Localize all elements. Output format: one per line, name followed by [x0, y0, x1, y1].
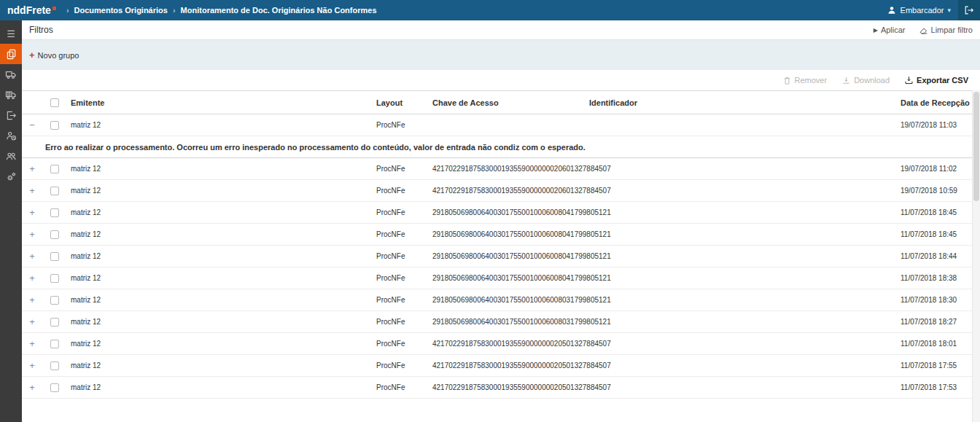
chevron-right-icon: ›: [66, 6, 69, 15]
expand-toggle[interactable]: +: [22, 273, 42, 284]
table-row: + matriz 12 ProcNFe 42170229187583000193…: [22, 355, 980, 377]
sidebar-item-users[interactable]: [0, 146, 22, 166]
select-all-checkbox[interactable]: [50, 98, 59, 107]
group-band: + Novo grupo: [22, 40, 980, 70]
row-checkbox[interactable]: [50, 252, 59, 261]
vertical-scrollbar[interactable]: [972, 90, 980, 422]
row-checkbox[interactable]: [50, 383, 59, 392]
row-checkbox[interactable]: [50, 340, 59, 348]
cell-layout: ProcNFe: [373, 340, 429, 348]
cell-emitente: matriz 12: [67, 252, 373, 260]
row-checkbox[interactable]: [50, 274, 59, 283]
expand-toggle[interactable]: +: [22, 251, 42, 262]
cell-layout: ProcNFe: [373, 230, 429, 238]
table-row: + matriz 12 ProcNFe 29180506980064003017…: [22, 224, 980, 246]
cell-emitente: matriz 12: [67, 383, 373, 391]
column-header-identificador[interactable]: Identificador: [586, 98, 897, 107]
cell-emitente: matriz 12: [67, 230, 373, 238]
expand-toggle[interactable]: +: [22, 382, 42, 393]
scrollbar-thumb[interactable]: [973, 92, 979, 201]
expand-toggle[interactable]: +: [22, 229, 42, 240]
expand-toggle[interactable]: +: [22, 338, 42, 349]
fleet-truck-icon: [5, 89, 17, 101]
expand-toggle[interactable]: +: [22, 207, 42, 218]
expand-toggle[interactable]: +: [22, 185, 42, 196]
clear-filter-button[interactable]: Limpar filtro: [919, 26, 973, 35]
user-history-icon: [6, 130, 17, 141]
cell-chave-de-acesso: 2918050698006400301755001000600804179980…: [429, 274, 586, 282]
row-checkbox-cell: [42, 187, 67, 195]
export-csv-label: Exportar CSV: [917, 76, 968, 85]
remove-button[interactable]: Remover: [782, 76, 828, 85]
cell-chave-de-acesso: 4217022918758300019355900000002060132788…: [429, 187, 586, 195]
user-menu[interactable]: Embarcador ▾: [879, 5, 958, 15]
row-checkbox[interactable]: [50, 208, 59, 217]
expand-toggle[interactable]: +: [22, 316, 42, 327]
sidebar-item-menu[interactable]: ☰: [0, 23, 22, 44]
row-checkbox[interactable]: [50, 121, 59, 130]
expand-toggle[interactable]: +: [22, 294, 42, 305]
cell-chave-de-acesso: 2918050698006400301755001000600804179980…: [429, 230, 586, 238]
table-row: + matriz 12 ProcNFe 42170229187583000193…: [22, 180, 980, 202]
table-toolbar: Remover Download Exportar CSV: [22, 70, 980, 90]
expand-toggle[interactable]: +: [22, 360, 42, 371]
row-checkbox[interactable]: [50, 318, 59, 327]
table-row: + matriz 12 ProcNFe 42170229187583000193…: [22, 333, 980, 355]
cell-emitente: matriz 12: [67, 187, 373, 195]
sidebar-item-transport[interactable]: [0, 64, 22, 85]
truck-icon: [5, 69, 17, 80]
download-button[interactable]: Download: [841, 76, 890, 85]
column-header-layout[interactable]: Layout: [373, 98, 429, 107]
row-error-message: Erro ao realizar o processamento. Ocorre…: [22, 136, 980, 158]
cell-data-de-recepcao: 11/07/2018 17:55: [897, 362, 980, 370]
sidebar-item-monitoring[interactable]: [0, 44, 22, 64]
expand-toggle[interactable]: −: [22, 120, 42, 130]
cell-chave-de-acesso: 4217022918758300019355900000002050132788…: [429, 383, 586, 391]
row-checkbox[interactable]: [50, 187, 59, 195]
eraser-icon: [919, 26, 928, 35]
clear-filter-label: Limpar filtro: [931, 26, 973, 34]
cell-emitente: matriz 12: [67, 318, 373, 326]
app-logo[interactable]: nddFrete: [0, 4, 62, 16]
row-checkbox[interactable]: [50, 230, 59, 239]
sidebar-item-user-history[interactable]: [0, 125, 22, 146]
export-csv-button[interactable]: Exportar CSV: [904, 76, 968, 85]
main-content: Filtros ▶ Aplicar Limpar filtro + Novo g…: [22, 20, 980, 422]
column-header-emitente[interactable]: Emitente: [67, 98, 373, 107]
sidebar-item-fleet[interactable]: [0, 85, 22, 105]
table-row: + matriz 12 ProcNFe 42170229187583000193…: [22, 377, 980, 399]
cell-layout: ProcNFe: [373, 208, 429, 216]
cell-data-de-recepcao: 11/07/2018 17:53: [897, 383, 980, 391]
row-checkbox[interactable]: [50, 165, 59, 173]
cell-data-de-recepcao: 19/07/2018 11:02: [897, 165, 980, 173]
top-bar: nddFrete › Documentos Originários › Moni…: [0, 0, 980, 20]
sidebar-item-settings[interactable]: [0, 166, 22, 187]
breadcrumb-item-documentos[interactable]: Documentos Originários: [74, 6, 168, 15]
column-header-data-de-recepcao[interactable]: Data de Recepção↓: [897, 98, 980, 107]
row-checkbox-cell: [42, 252, 67, 261]
row-checkbox-cell: [42, 296, 67, 305]
brand-square-icon: [52, 7, 56, 10]
filter-bar: Filtros ▶ Aplicar Limpar filtro: [22, 20, 980, 40]
cell-emitente: matriz 12: [67, 362, 373, 370]
new-group-button[interactable]: + Novo grupo: [29, 50, 79, 60]
column-header-chave-de-acesso[interactable]: Chave de Acesso: [429, 98, 586, 107]
cell-emitente: matriz 12: [67, 121, 373, 129]
users-icon: [6, 151, 17, 162]
cell-data-de-recepcao: 11/07/2018 18:44: [897, 252, 980, 260]
logout-button[interactable]: [958, 0, 980, 20]
row-checkbox-cell: [42, 362, 67, 370]
cell-emitente: matriz 12: [67, 208, 373, 216]
row-checkbox[interactable]: [50, 296, 59, 305]
cell-chave-de-acesso: 2918050698006400301755001000600803179980…: [429, 318, 586, 326]
logout-icon: [964, 5, 974, 15]
cell-data-de-recepcao: 11/07/2018 18:45: [897, 230, 980, 238]
apply-filter-button[interactable]: ▶ Aplicar: [874, 26, 906, 34]
chevron-down-icon: ▾: [947, 7, 951, 14]
cell-layout: ProcNFe: [373, 252, 429, 260]
sidebar-item-export[interactable]: [0, 105, 22, 125]
export-csv-icon: [904, 76, 914, 85]
row-checkbox[interactable]: [50, 362, 59, 370]
cell-data-de-recepcao: 11/07/2018 18:27: [897, 318, 980, 326]
expand-toggle[interactable]: +: [22, 163, 42, 174]
